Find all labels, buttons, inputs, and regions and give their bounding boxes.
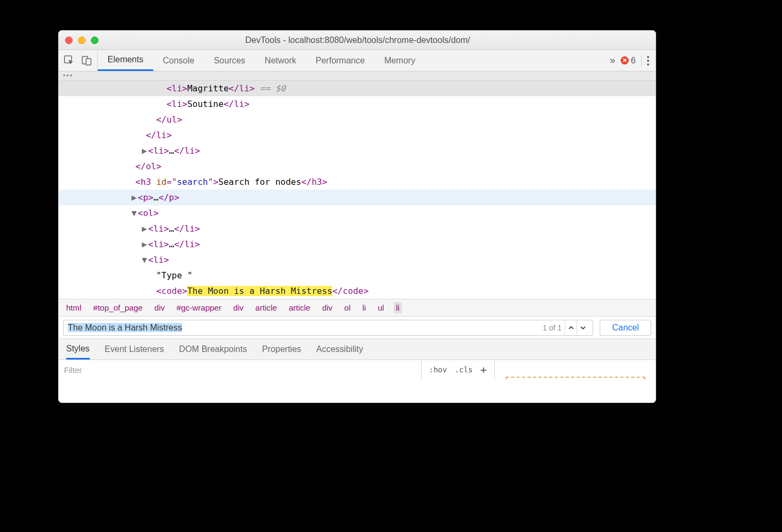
dom-breadcrumb: html #top_of_page div #gc-wrapper div ar… — [59, 299, 656, 316]
tabs-overflow-button[interactable]: » — [610, 55, 615, 66]
dom-node-line[interactable]: <li>Magritte</li> == $0 — [59, 81, 656, 96]
dom-node-line[interactable]: ▶<li>…</li> — [59, 221, 656, 236]
search-next-button[interactable] — [577, 320, 588, 335]
new-style-button[interactable]: + — [480, 363, 487, 376]
dom-node-line[interactable]: </li> — [59, 127, 656, 143]
svg-rect-2 — [86, 59, 91, 65]
tab-performance[interactable]: Performance — [306, 50, 375, 71]
error-icon: ✕ — [621, 56, 629, 64]
breadcrumb-item[interactable]: article — [287, 302, 312, 313]
dom-node-line[interactable]: ▶<li>…</li> — [59, 143, 656, 159]
collapsed-indicator: ••• — [59, 71, 656, 81]
main-toolbar: Elements Console Sources Network Perform… — [59, 50, 656, 71]
zoom-window-button[interactable] — [91, 37, 98, 44]
breadcrumb-item[interactable]: article — [253, 302, 279, 313]
breadcrumb-item[interactable]: #top_of_page — [91, 302, 145, 313]
styles-filter-input[interactable]: Filter — [64, 365, 82, 375]
dom-node-line[interactable]: <code>The Moon is a Harsh Mistress</code… — [59, 283, 656, 299]
settings-menu-button[interactable] — [647, 56, 649, 66]
tab-sources[interactable]: Sources — [204, 50, 255, 71]
dom-tree[interactable]: <li>Magritte</li> == $0 <li>Soutine</li>… — [59, 81, 656, 299]
dom-node-line[interactable]: ▼<ol> — [59, 205, 656, 221]
dom-node-line[interactable]: <li>Soutine</li> — [59, 96, 656, 112]
breadcrumb-item[interactable]: html — [64, 302, 83, 313]
dom-node-line[interactable]: "Type " — [59, 268, 656, 283]
breadcrumb-item[interactable]: #gc-wrapper — [174, 302, 223, 313]
tab-memory[interactable]: Memory — [374, 50, 425, 71]
dom-node-line[interactable]: ▶<li>…</li> — [59, 236, 656, 252]
hov-toggle[interactable]: :hov — [429, 365, 447, 374]
breadcrumb-item[interactable]: ol — [342, 302, 353, 313]
breadcrumb-item[interactable]: ul — [375, 302, 386, 313]
error-count: 6 — [631, 56, 636, 66]
breadcrumb-item[interactable]: div — [152, 302, 167, 313]
window-titlebar: DevTools - localhost:8080/web/tools/chro… — [59, 31, 656, 50]
styles-sidebar-tabs: StylesEvent ListenersDOM BreakpointsProp… — [59, 339, 656, 360]
search-hit-count: 1 of 1 — [539, 323, 565, 332]
breadcrumb-item[interactable]: li — [360, 302, 368, 313]
sub-tab-dom-breakpoints[interactable]: DOM Breakpoints — [179, 339, 247, 360]
search-input[interactable]: The Moon is a Harsh Mistress — [68, 323, 539, 333]
dom-node-line[interactable]: ▼<li> — [59, 252, 656, 268]
dom-node-line[interactable]: ▶<p>…</p> — [59, 190, 656, 205]
search-prev-button[interactable] — [565, 320, 577, 335]
tab-console[interactable]: Console — [153, 50, 204, 71]
breadcrumb-item[interactable]: div — [231, 302, 246, 313]
close-window-button[interactable] — [65, 37, 73, 44]
dom-node-line[interactable]: </ol> — [59, 159, 656, 174]
window-controls — [65, 37, 98, 44]
error-count-badge[interactable]: ✕ 6 — [621, 56, 636, 66]
inspect-element-icon[interactable] — [64, 55, 75, 66]
breadcrumb-item[interactable]: div — [320, 302, 335, 313]
sub-tab-event-listeners[interactable]: Event Listeners — [105, 339, 164, 360]
tab-elements[interactable]: Elements — [98, 50, 153, 71]
search-cancel-button[interactable]: Cancel — [600, 320, 651, 336]
devtools-window: DevTools - localhost:8080/web/tools/chro… — [58, 30, 656, 403]
sub-tab-accessibility[interactable]: Accessibility — [316, 339, 363, 360]
styles-toolbar: Filter :hov .cls + — [59, 360, 656, 379]
tab-network[interactable]: Network — [255, 50, 306, 71]
breadcrumb-item[interactable]: li — [394, 302, 402, 313]
device-toggle-icon[interactable] — [81, 55, 92, 66]
dom-node-line[interactable]: <h3 id="search">Search for nodes</h3> — [59, 174, 656, 190]
search-bar: The Moon is a Harsh Mistress 1 of 1 Canc… — [59, 316, 656, 339]
computed-box-model — [494, 360, 656, 379]
sub-tab-properties[interactable]: Properties — [262, 339, 301, 360]
cls-toggle[interactable]: .cls — [454, 365, 473, 374]
sub-tab-styles[interactable]: Styles — [66, 339, 90, 360]
dom-node-line[interactable]: </ul> — [59, 112, 656, 127]
minimize-window-button[interactable] — [78, 37, 86, 44]
main-tabs: Elements Console Sources Network Perform… — [98, 50, 603, 71]
search-input-container: The Moon is a Harsh Mistress 1 of 1 — [63, 320, 593, 336]
window-title: DevTools - localhost:8080/web/tools/chro… — [98, 35, 617, 45]
